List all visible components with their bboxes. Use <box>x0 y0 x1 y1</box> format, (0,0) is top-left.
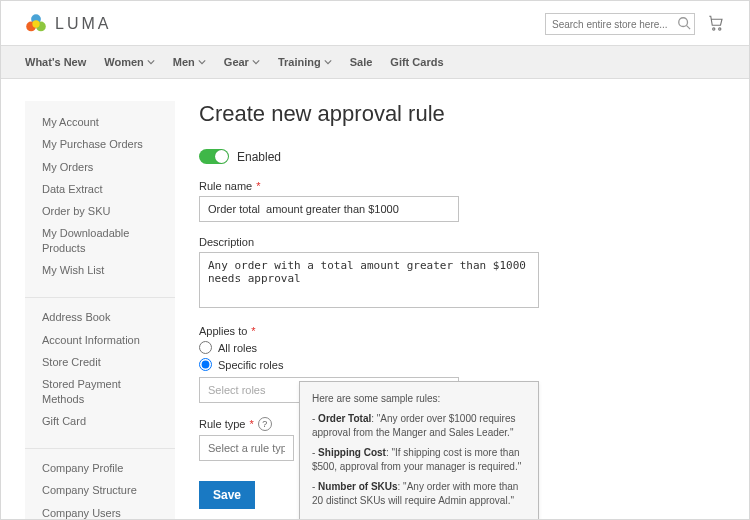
help-icon[interactable]: ? <box>258 417 272 431</box>
sidebar-item[interactable]: Company Profile <box>25 457 175 479</box>
description-textarea[interactable] <box>199 252 539 308</box>
rule-name-input[interactable] <box>199 196 459 222</box>
svg-point-3 <box>32 20 39 27</box>
cart-icon[interactable] <box>707 14 725 35</box>
sidebar-item[interactable]: My Downloadable Products <box>25 222 175 259</box>
search-input[interactable] <box>545 13 695 35</box>
tooltip-rule: - Number of SKUs: "Any order with more t… <box>312 480 526 508</box>
sidebar-item[interactable]: Account Information <box>25 329 175 351</box>
search-wrap <box>545 13 695 35</box>
applies-to-all-roles[interactable]: All roles <box>199 341 725 354</box>
rule-type-select[interactable] <box>199 435 294 461</box>
required-mark: * <box>256 180 260 192</box>
topnav-item[interactable]: Training <box>278 56 332 68</box>
chevron-down-icon <box>252 58 260 66</box>
svg-point-4 <box>679 18 688 27</box>
sidebar-item[interactable]: Address Book <box>25 306 175 328</box>
required-mark: * <box>249 418 253 430</box>
save-button[interactable]: Save <box>199 481 255 509</box>
required-mark: * <box>251 325 255 337</box>
chevron-down-icon <box>198 58 206 66</box>
topnav: What's NewWomenMenGearTrainingSaleGift C… <box>1 45 749 79</box>
topnav-item[interactable]: Gift Cards <box>390 56 443 68</box>
sidebar-item[interactable]: Order by SKU <box>25 200 175 222</box>
search-icon[interactable] <box>677 16 691 33</box>
brand[interactable]: LUMA <box>25 13 111 35</box>
svg-point-6 <box>713 27 715 29</box>
svg-line-5 <box>687 26 691 30</box>
chevron-down-icon <box>147 58 155 66</box>
description-label: Description <box>199 236 254 248</box>
sidebar-item[interactable]: Data Extract <box>25 178 175 200</box>
topnav-item[interactable]: What's New <box>25 56 86 68</box>
header-right <box>545 13 725 35</box>
rule-type-label: Rule type <box>199 418 245 430</box>
tooltip-intro: Here are some sample rules: <box>312 392 526 406</box>
sidebar-item[interactable]: Stored Payment Methods <box>25 373 175 410</box>
topnav-item[interactable]: Gear <box>224 56 260 68</box>
enabled-toggle[interactable] <box>199 149 229 164</box>
sidebar-item[interactable]: Company Structure <box>25 479 175 501</box>
rule-name-label: Rule name <box>199 180 252 192</box>
tooltip-rule: - Order Total: "Any order over $1000 req… <box>312 412 526 440</box>
topnav-item[interactable]: Women <box>104 56 155 68</box>
chevron-down-icon <box>324 58 332 66</box>
sidebar-item[interactable]: My Account <box>25 111 175 133</box>
applies-to-label: Applies to <box>199 325 247 337</box>
page-title: Create new approval rule <box>199 101 725 127</box>
sidebar-item[interactable]: My Orders <box>25 156 175 178</box>
main-content: Create new approval rule Enabled Rule na… <box>199 101 725 520</box>
sidebar-item[interactable]: My Purchase Orders <box>25 133 175 155</box>
sidebar-item[interactable]: My Wish List <box>25 259 175 281</box>
enabled-label: Enabled <box>237 150 281 164</box>
applies-to-specific-roles[interactable]: Specific roles <box>199 358 725 371</box>
sidebar-item[interactable]: Store Credit <box>25 351 175 373</box>
topnav-item[interactable]: Sale <box>350 56 373 68</box>
luma-logo-icon <box>25 13 47 35</box>
sidebar: My AccountMy Purchase OrdersMy OrdersDat… <box>25 101 175 520</box>
tooltip-rule: - Shipping Cost: "If shipping cost is mo… <box>312 446 526 474</box>
sidebar-item[interactable]: Company Users <box>25 502 175 520</box>
header: LUMA <box>1 1 749 45</box>
rule-type-tooltip: Here are some sample rules: - Order Tota… <box>299 381 539 520</box>
sidebar-item[interactable]: Gift Card <box>25 410 175 432</box>
svg-point-7 <box>719 27 721 29</box>
topnav-item[interactable]: Men <box>173 56 206 68</box>
brand-name: LUMA <box>55 15 111 33</box>
